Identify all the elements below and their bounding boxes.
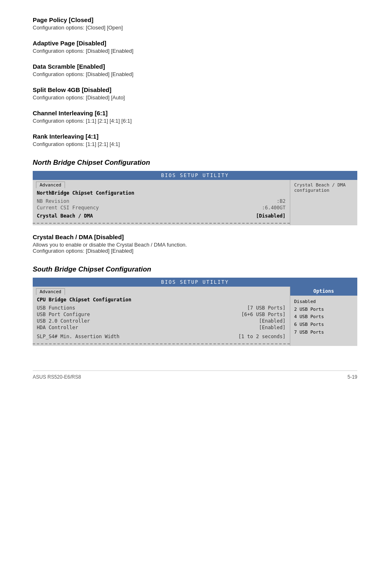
- south-bridge-bios-header: BIOS SETUP UTILITY: [33, 278, 357, 287]
- north-bridge-bios-table: BIOS SETUP UTILITY Advanced NorthBridge …: [33, 171, 357, 225]
- south-bridge-main-panel: Advanced CPU Bridge Chipset Configuratio…: [33, 287, 290, 346]
- footer-left: ASUS RS520-E6/RS8: [33, 374, 81, 380]
- south-bridge-heading: South Bridge Chipset Configuration: [33, 265, 357, 274]
- usb-port-configure-row: USB Port Configure [6+6 USB Ports]: [37, 312, 286, 317]
- data-scramble-desc: Configuration options: [Disabled] [Enabl…: [33, 71, 357, 77]
- csi-freq-row: Current CSI Frequency :6.400GT: [37, 205, 286, 211]
- page-policy-title: Page Policy [Closed]: [33, 16, 357, 23]
- crystal-beach-key: Crystal Beach / DMA: [37, 213, 93, 219]
- slp-val: [1 to 2 seconds]: [238, 334, 286, 339]
- south-bridge-side-panel: Options Disabled 2 USB Ports 4 USB Ports…: [290, 287, 357, 346]
- usb-controller-val: [Enabled]: [259, 318, 285, 324]
- south-bridge-options-label: Options: [290, 287, 358, 296]
- usb-port-configure-val: [6+6 USB Ports]: [241, 312, 285, 317]
- south-bridge-bios-table: BIOS SETUP UTILITY Advanced CPU Bridge C…: [33, 278, 357, 346]
- south-bridge-advanced-tab[interactable]: Advanced: [36, 288, 65, 295]
- crystal-beach-title: Crystal Beach / DMA [Disabled]: [33, 233, 357, 240]
- page-policy-desc: Configuration options: [Closed] [Open]: [33, 25, 357, 31]
- crystal-beach-section: Crystal Beach / DMA [Disabled] Allows yo…: [33, 233, 357, 254]
- adaptive-page-desc: Configuration options: [Disabled] [Enabl…: [33, 48, 357, 54]
- usb-functions-val: [7 USB Ports]: [247, 305, 286, 311]
- channel-interleaving-section: Channel Interleaving [6:1] Configuration…: [33, 110, 357, 124]
- crystal-beach-desc2: Configuration options: [Disabled] [Enabl…: [33, 248, 357, 254]
- nb-revision-row: NB Revision :B2: [37, 198, 286, 204]
- rank-interleaving-desc: Configuration options: [1:1] [2:1] [4:1]: [33, 141, 357, 147]
- rank-interleaving-title: Rank Interleaving [4:1]: [33, 133, 357, 140]
- north-bridge-advanced-tab[interactable]: Advanced: [36, 182, 65, 188]
- north-bridge-side-panel: Crystal Beach / DMA configuration: [290, 180, 357, 225]
- data-scramble-title: Data Scramble [Enabled]: [33, 63, 357, 70]
- south-bridge-section-label: CPU Bridge Chipset Configuration: [37, 297, 286, 303]
- hda-controller-key: HDA Controller: [37, 325, 78, 330]
- adaptive-page-title: Adaptive Page [Disabled]: [33, 40, 357, 47]
- slp-row: SLP_S4# Min. Assertion Width [1 to 2 sec…: [37, 334, 286, 339]
- slp-key: SLP_S4# Min. Assertion Width: [37, 334, 119, 339]
- option-6-usb[interactable]: 6 USB Ports: [294, 321, 354, 329]
- north-bridge-side-text: Crystal Beach / DMA configuration: [294, 182, 354, 193]
- usb-functions-key: USB Functions: [37, 305, 75, 311]
- channel-interleaving-desc: Configuration options: [1:1] [2:1] [4:1]…: [33, 118, 357, 124]
- north-bridge-heading: North Bridge Chipset Configuration: [33, 159, 357, 167]
- csi-freq-key: Current CSI Frequency: [37, 205, 99, 211]
- split-below-title: Split Below 4GB [Disabled]: [33, 86, 357, 93]
- nb-revision-val: :B2: [277, 198, 286, 204]
- crystal-beach-desc1: Allows you to enable or disable the Crys…: [33, 242, 357, 248]
- usb-controller-row: USB 2.0 Controller [Enabled]: [37, 318, 286, 324]
- option-7-usb[interactable]: 7 USB Ports: [294, 329, 354, 337]
- split-below-section: Split Below 4GB [Disabled] Configuration…: [33, 86, 357, 101]
- crystal-beach-val: [Disabled]: [256, 213, 285, 219]
- usb-functions-row: USB Functions [7 USB Ports]: [37, 305, 286, 311]
- north-bridge-bios-header: BIOS SETUP UTILITY: [33, 171, 357, 180]
- page-footer: ASUS RS520-E6/RS8 5-19: [33, 370, 357, 380]
- rank-interleaving-section: Rank Interleaving [4:1] Configuration op…: [33, 133, 357, 147]
- data-scramble-section: Data Scramble [Enabled] Configuration op…: [33, 63, 357, 77]
- usb-port-configure-key: USB Port Configure: [37, 312, 90, 317]
- north-bridge-section-label: NorthBridge Chipset Configuration: [37, 190, 286, 196]
- option-2-usb[interactable]: 2 USB Ports: [294, 306, 354, 314]
- option-disabled[interactable]: Disabled: [294, 298, 354, 306]
- option-4-usb[interactable]: 4 USB Ports: [294, 313, 354, 321]
- hda-controller-row: HDA Controller [Enabled]: [37, 325, 286, 330]
- channel-interleaving-title: Channel Interleaving [6:1]: [33, 110, 357, 117]
- north-bridge-main-panel: Advanced NorthBridge Chipset Configurati…: [33, 180, 290, 225]
- crystal-beach-row: Crystal Beach / DMA [Disabled]: [37, 213, 286, 219]
- usb-controller-key: USB 2.0 Controller: [37, 318, 90, 324]
- south-bridge-options-list: Disabled 2 USB Ports 4 USB Ports 6 USB P…: [290, 296, 358, 339]
- footer-right: 5-19: [347, 374, 357, 380]
- csi-freq-val: :6.400GT: [262, 205, 286, 211]
- adaptive-page-section: Adaptive Page [Disabled] Configuration o…: [33, 40, 357, 54]
- page-policy-section: Page Policy [Closed] Configuration optio…: [33, 16, 357, 31]
- nb-revision-key: NB Revision: [37, 198, 69, 204]
- hda-controller-val: [Enabled]: [259, 325, 285, 330]
- split-below-desc: Configuration options: [Disabled] [Auto]: [33, 94, 357, 101]
